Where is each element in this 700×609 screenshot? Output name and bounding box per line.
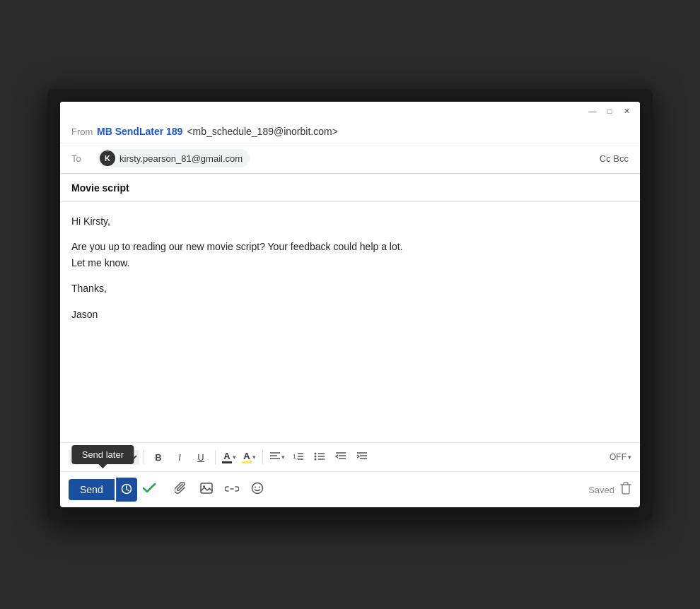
link-button[interactable] — [221, 478, 243, 501]
toolbar-divider-2 — [215, 450, 216, 464]
from-row: From MB SendLater 189 <mb_schedule_189@i… — [60, 120, 640, 143]
from-email: <mb_schedule_189@inorbit.com> — [187, 126, 337, 137]
send-label: Send — [80, 484, 103, 495]
align-icon — [269, 451, 281, 463]
svg-point-26 — [259, 487, 260, 488]
minimize-button[interactable]: — — [588, 106, 597, 116]
subject-text: Movie script — [71, 182, 129, 194]
svg-line-21 — [127, 489, 129, 490]
off-toggle[interactable]: OFF ▾ — [609, 452, 631, 462]
emoji-button[interactable] — [246, 478, 269, 501]
close-button[interactable]: ✕ — [622, 106, 631, 116]
svg-rect-22 — [201, 483, 212, 493]
highlight-color-icon: A — [242, 451, 252, 463]
italic-button[interactable]: I — [170, 447, 189, 467]
link-icon — [225, 483, 239, 496]
bold-button[interactable]: B — [148, 447, 168, 467]
toolbar-divider-1 — [144, 450, 144, 464]
to-label: To — [71, 153, 97, 164]
svg-point-8 — [315, 455, 317, 457]
indent-decrease-icon — [335, 451, 346, 463]
check-icon — [142, 483, 156, 497]
attach-button[interactable] — [170, 478, 192, 501]
attach-icon — [175, 482, 187, 497]
body-thanks: Thanks, — [71, 280, 629, 296]
saved-text: Saved — [588, 485, 614, 495]
svg-point-7 — [315, 452, 317, 454]
indent-increase-button[interactable] — [352, 447, 372, 467]
svg-point-24 — [252, 483, 262, 494]
indent-decrease-button[interactable] — [331, 447, 351, 467]
action-icons — [170, 478, 269, 501]
svg-point-9 — [315, 458, 317, 460]
trash-icon — [620, 485, 631, 497]
send-button[interactable]: Send — [69, 479, 115, 500]
off-dropdown-arrow: ▾ — [628, 454, 631, 461]
ordered-list-icon: 1. — [293, 451, 304, 463]
window-chrome: — □ ✕ — [60, 102, 640, 120]
recipient-avatar: K — [100, 150, 115, 166]
check-button[interactable] — [137, 478, 161, 502]
svg-text:1.: 1. — [293, 453, 298, 460]
saved-indicator: Saved — [588, 482, 631, 497]
align-dropdown-arrow: ▾ — [281, 454, 285, 461]
unordered-list-icon — [314, 451, 325, 463]
image-icon — [200, 483, 213, 497]
send-button-group: Send later Send — [69, 478, 137, 502]
formatting-toolbar: Arial 10 B I U A ▾ — [60, 442, 640, 471]
maximize-button[interactable]: □ — [605, 106, 614, 116]
delete-button[interactable] — [620, 482, 631, 497]
body-signature: Jason — [71, 307, 629, 322]
body-greeting: Hi Kirsty, — [71, 213, 629, 229]
clock-icon — [121, 483, 132, 497]
underline-button[interactable]: U — [191, 447, 211, 467]
body-paragraph: Are you up to reading our new movie scri… — [71, 239, 629, 271]
from-name: MB SendLater 189 — [97, 126, 182, 137]
subject-row: Movie script — [60, 174, 640, 202]
from-label: From — [71, 126, 97, 137]
font-color-dropdown-arrow: ▾ — [233, 454, 236, 461]
email-body[interactable]: Hi Kirsty, Are you up to reading our new… — [60, 202, 640, 442]
font-size-select[interactable]: 10 — [109, 450, 139, 465]
toolbar-divider-3 — [262, 450, 263, 464]
cc-bcc-button[interactable]: Cc Bcc — [600, 153, 629, 164]
ordered-list-button[interactable]: 1. — [288, 447, 308, 467]
off-label-text: OFF — [609, 452, 626, 462]
unordered-list-button[interactable] — [310, 447, 329, 467]
font-family-select[interactable]: Arial — [69, 450, 107, 465]
recipient-chip[interactable]: K kirsty.pearson_81@gmail.com — [97, 149, 250, 167]
header-section: From MB SendLater 189 <mb_schedule_189@i… — [60, 120, 640, 174]
highlight-color-button[interactable]: A ▾ — [240, 451, 258, 463]
compose-window: — □ ✕ From MB SendLater 189 <mb_schedule… — [60, 102, 640, 507]
emoji-icon — [251, 482, 264, 497]
align-button[interactable]: ▾ — [267, 451, 287, 463]
recipient-email: kirsty.pearson_81@gmail.com — [119, 153, 243, 164]
font-color-icon: A — [222, 451, 232, 463]
svg-point-25 — [255, 487, 256, 488]
send-clock-button[interactable] — [116, 478, 137, 502]
font-color-button[interactable]: A ▾ — [220, 451, 238, 463]
to-row: To K kirsty.pearson_81@gmail.com Cc Bcc — [60, 143, 640, 173]
highlight-dropdown-arrow: ▾ — [252, 454, 256, 461]
window-shadow: — □ ✕ From MB SendLater 189 <mb_schedule… — [47, 89, 653, 520]
image-button[interactable] — [195, 478, 218, 501]
action-bar: Send later Send — [60, 471, 640, 507]
indent-increase-icon — [356, 451, 368, 463]
